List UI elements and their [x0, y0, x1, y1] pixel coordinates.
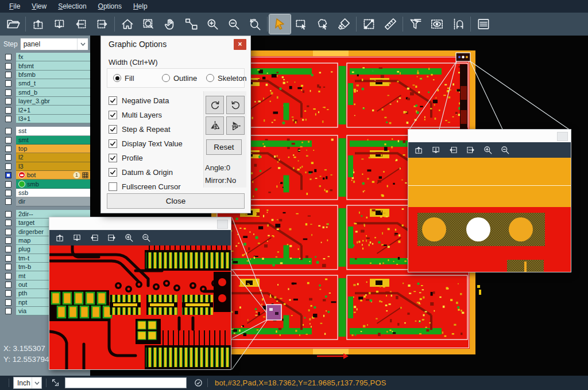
magnifier-window-top-right[interactable]: [408, 129, 571, 272]
magnifier-view-top-right[interactable]: [408, 158, 571, 272]
clean-select-button[interactable]: [333, 14, 354, 34]
mirror-vertical-button[interactable]: [206, 116, 224, 135]
layer-row-smd_t[interactable]: smd_t: [0, 79, 90, 88]
menu-options[interactable]: Options: [92, 1, 127, 11]
mirror-horizontal-button[interactable]: [226, 116, 245, 135]
pan-up-button[interactable]: [53, 232, 67, 244]
layer-row-dir[interactable]: dir: [0, 197, 90, 206]
view-visibility-button[interactable]: [426, 14, 447, 34]
layer-row-l3+1[interactable]: l3+1: [0, 115, 90, 123]
pan-left-button[interactable]: [446, 144, 461, 157]
rect-select-button[interactable]: [291, 14, 312, 34]
menu-file[interactable]: File: [3, 1, 26, 11]
pan-down-button[interactable]: [49, 14, 70, 34]
layer-row-smb[interactable]: smb: [0, 180, 90, 188]
layer-visibility-checkbox[interactable]: [0, 298, 16, 307]
unit-select[interactable]: Inch: [13, 377, 42, 389]
layer-name-cell[interactable]: sst: [16, 127, 90, 135]
checkbox-negative-data[interactable]: Negative Data: [109, 93, 183, 108]
layer-visibility-checkbox[interactable]: [0, 197, 16, 206]
layer-visibility-checkbox[interactable]: [0, 271, 16, 280]
pan-down-button[interactable]: [70, 232, 84, 244]
layer-visibility-checkbox[interactable]: [0, 127, 16, 135]
magnifier-title-bar[interactable]: [408, 130, 571, 142]
checkbox-display-text-value[interactable]: Display Text Value: [109, 136, 183, 151]
layer-row-l2[interactable]: l2: [0, 153, 90, 162]
pan-hand-button[interactable]: [159, 14, 180, 34]
layer-visibility-checkbox[interactable]: [0, 61, 16, 70]
menu-help[interactable]: Help: [127, 1, 153, 11]
layer-visibility-checkbox[interactable]: [0, 79, 16, 88]
layer-visibility-checkbox[interactable]: [0, 145, 16, 153]
reset-button[interactable]: Reset: [206, 139, 242, 155]
layer-row-layer_3.gbr[interactable]: layer_3.gbr: [0, 97, 90, 106]
layer-row-bfsmt[interactable]: bfsmt: [0, 61, 90, 70]
magnifier-view-bottom-left[interactable]: [49, 245, 231, 369]
layer-name-cell[interactable]: bfsmt: [16, 61, 90, 70]
layer-name-cell[interactable]: dir: [16, 197, 90, 206]
layer-row-top[interactable]: top: [0, 145, 90, 153]
home-view-button[interactable]: [117, 14, 138, 34]
layer-row-l2+1[interactable]: l2+1: [0, 106, 90, 114]
snap-button[interactable]: [447, 14, 469, 34]
layer-visibility-checkbox[interactable]: [0, 162, 16, 171]
rotate-ccw-button[interactable]: [226, 96, 245, 114]
layer-name-cell[interactable]: bfsmb: [16, 71, 90, 79]
command-input[interactable]: [65, 377, 187, 388]
step-select[interactable]: panel: [20, 38, 88, 50]
layer-list-button[interactable]: [473, 14, 494, 34]
layer-visibility-checkbox[interactable]: [0, 210, 16, 219]
poly-select-button[interactable]: [312, 14, 333, 34]
pan-right-button[interactable]: [91, 14, 113, 34]
checkbox-multi-layers[interactable]: Multi Layers: [109, 108, 183, 122]
filter-button[interactable]: [405, 14, 426, 34]
corner-select-icon[interactable]: [51, 378, 60, 388]
layer-name-cell[interactable]: l3+1: [16, 115, 90, 123]
layer-row-bfsmb[interactable]: bfsmb: [0, 71, 90, 79]
ruler-button[interactable]: [380, 14, 401, 34]
layer-visibility-checkbox[interactable]: [0, 53, 16, 61]
window-button[interactable]: [217, 220, 228, 229]
layer-visibility-checkbox[interactable]: [0, 236, 16, 245]
zoom-in-button[interactable]: [481, 144, 495, 157]
layer-name-cell[interactable]: smd_t: [16, 79, 90, 88]
checkbox-step-repeat[interactable]: Step & Repeat: [109, 122, 183, 136]
layer-visibility-checkbox[interactable]: [0, 97, 16, 106]
layer-name-cell[interactable]: smt: [16, 136, 90, 145]
radio-fill[interactable]: Fill: [113, 69, 134, 87]
layer-row-smd_b[interactable]: smd_b: [0, 88, 90, 97]
layer-visibility-checkbox[interactable]: [0, 136, 16, 145]
zoom-out-button[interactable]: [139, 232, 153, 244]
layer-name-cell[interactable]: bot1: [16, 171, 90, 180]
layer-visibility-checkbox[interactable]: [0, 280, 16, 289]
close-icon[interactable]: ×: [234, 39, 246, 50]
layer-name-cell[interactable]: smb: [16, 180, 90, 188]
layer-visibility-checkbox[interactable]: [0, 88, 16, 97]
layer-name-cell[interactable]: top: [16, 145, 90, 153]
open-folder-button[interactable]: [2, 14, 24, 34]
layer-name-cell[interactable]: smd_b: [16, 88, 90, 97]
zoom-in-button[interactable]: [202, 14, 223, 34]
layer-visibility-checkbox[interactable]: [0, 171, 16, 180]
checkbox-fullscreen-cursor[interactable]: Fullscreen Cursor: [109, 180, 183, 194]
magnifier-title-bar[interactable]: [49, 217, 231, 230]
apply-check-icon[interactable]: [194, 378, 203, 388]
layer-name-cell[interactable]: l3: [16, 162, 90, 171]
layer-visibility-checkbox[interactable]: [0, 289, 16, 298]
pan-up-button[interactable]: [28, 14, 49, 34]
zoom-out-button[interactable]: [498, 144, 512, 157]
layer-name-cell[interactable]: l2+1: [16, 106, 90, 114]
layer-name-cell[interactable]: l2: [16, 153, 90, 162]
magnifier-window-bottom-left[interactable]: [49, 217, 231, 370]
layer-row-fx[interactable]: fx: [0, 53, 90, 61]
layer-name-cell[interactable]: fx: [16, 53, 90, 61]
zoom-out-button[interactable]: [223, 14, 244, 34]
grid-icon[interactable]: [82, 172, 88, 178]
layer-row-smt[interactable]: smt: [0, 136, 90, 145]
window-button[interactable]: [557, 132, 568, 141]
layer-row-ssb[interactable]: ssb: [0, 189, 90, 197]
layer-row-l3[interactable]: l3: [0, 162, 90, 171]
layer-visibility-checkbox[interactable]: [0, 189, 16, 197]
layer-visibility-checkbox[interactable]: [0, 254, 16, 263]
measure-distance-button[interactable]: [358, 14, 380, 34]
